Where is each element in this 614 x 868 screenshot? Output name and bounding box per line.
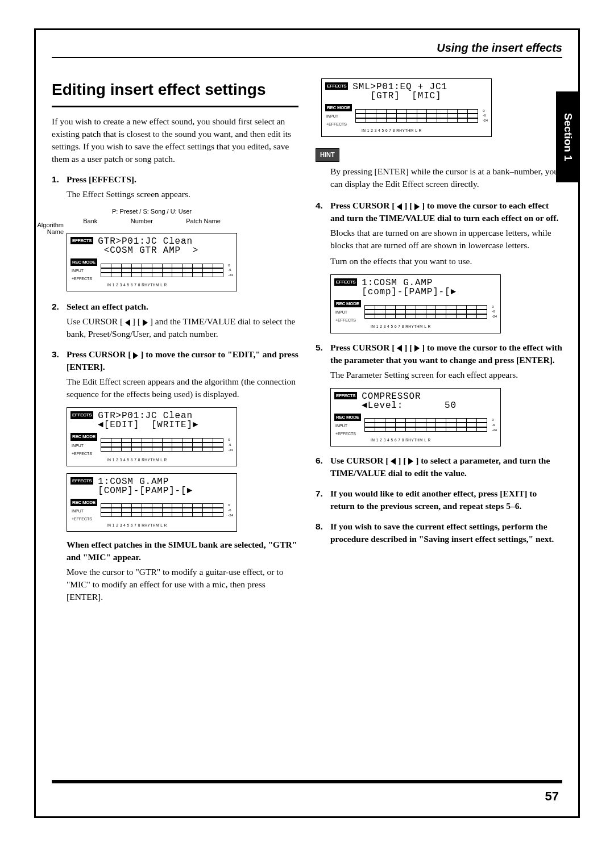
effects-badge: EFFECTS <box>334 392 357 399</box>
lcd1-annotation: P: Preset / S: Song / U: User Algorithm … <box>67 207 237 292</box>
step-2-head: Select an effect patch. <box>67 302 148 311</box>
lcd-screen-1: EFFECTS GTR>P01:JC Clean <COSM GTR AMP >… <box>67 233 237 291</box>
lcd-screen-5: EFFECTS 1:COSM G.AMP [comp]-[PAMP]-[► RE… <box>330 274 501 333</box>
level-meter-grid <box>364 418 488 432</box>
recmode-badge: REC MODE <box>334 300 361 307</box>
step-3-head: Press CURSOR [ ] to move the cursor to "… <box>67 349 298 372</box>
lcd6-line2: ◄Level: 50 <box>362 401 456 410</box>
effects-badge: EFFECTS <box>325 82 348 90</box>
step-4-head: Press CURSOR [ ] [ ] to move the cursor … <box>330 201 558 223</box>
level-meter-grid <box>101 503 224 517</box>
step-8-head: If you wish to save the current effect s… <box>330 521 554 544</box>
step-4-body1: Blocks that are turned on are shown in u… <box>330 227 562 252</box>
running-head: Using the insert effects <box>52 41 562 58</box>
step-2: 2. Select an effect patch. Use CURSOR [ … <box>52 301 298 340</box>
step-3: 3. Press CURSOR [ ] to move the cursor t… <box>52 348 298 603</box>
cursor-right-icon <box>414 203 420 210</box>
step-7-num: 7. <box>316 487 323 500</box>
simul-body: Move the cursor to "GTR" to modify a gui… <box>67 566 298 603</box>
lcd2-line2: ◄[EDIT] [WRITE]► <box>98 420 198 429</box>
recmode-badge: REC MODE <box>334 414 361 421</box>
meter-footer: IN 1 2 3 4 5 6 7 8 RHYTHM L R <box>107 282 233 287</box>
meter-footer: IN 1 2 3 4 5 6 7 8 RHYTHM L R <box>107 457 233 462</box>
meter-footer: IN 1 2 3 4 5 6 7 8 RHYTHM L R <box>371 437 497 443</box>
step-8-num: 8. <box>316 520 323 533</box>
lcd5-line1: 1:COSM G.AMP <box>362 278 456 287</box>
lcd1-line2: <COSM GTR AMP > <box>98 246 198 255</box>
page-frame: Using the insert effects Section 1 Editi… <box>34 28 580 818</box>
cursor-right-icon <box>414 345 420 352</box>
hint-text: By pressing [ENTER] while the cursor is … <box>316 165 562 190</box>
step-7: 7. If you would like to edit another eff… <box>316 487 562 512</box>
step-4: 4. Press CURSOR [ ] [ ] to move the curs… <box>316 199 562 333</box>
meter-footer: IN 1 2 3 4 5 6 7 8 RHYTHM L R <box>362 128 488 133</box>
cursor-left-icon <box>391 458 396 465</box>
step-1: 1. Press [EFFECTS]. The Effect Settings … <box>52 173 298 292</box>
recmode-badge: REC MODE <box>70 433 97 440</box>
level-meter-grid <box>101 264 224 277</box>
plus-effects-label: +EFFECTS <box>70 516 92 522</box>
annot-number: Number <box>131 217 153 226</box>
cursor-left-icon <box>397 345 402 352</box>
step-2-body: Use CURSOR [ ] [ ] and the TIME/VALUE di… <box>67 315 298 340</box>
plus-effects-label: +EFFECTS <box>70 451 92 457</box>
step-5-head: Press CURSOR [ ] [ ] to move the cursor … <box>330 343 562 365</box>
effects-badge: EFFECTS <box>70 237 93 244</box>
step-6: 6. Use CURSOR [ ] [ ] to select a parame… <box>316 454 562 479</box>
recmode-badge: REC MODE <box>70 499 97 506</box>
intro-paragraph: If you wish to create a new effect sound… <box>52 115 298 165</box>
step-1-num: 1. <box>52 173 59 186</box>
level-meter-grid <box>364 305 488 319</box>
annot-bank: Bank <box>83 217 97 226</box>
step-5-body: The Parameter Setting screen for each ef… <box>330 369 562 381</box>
cursor-left-icon <box>125 319 130 326</box>
input-label: INPUT <box>70 443 84 449</box>
recmode-badge: REC MODE <box>325 104 352 111</box>
level-meter-grid <box>101 438 224 452</box>
lcd-screen-3: EFFECTS 1:COSM G.AMP [COMP]-[PAMP]-[► RE… <box>67 473 237 532</box>
step-5: 5. Press CURSOR [ ] [ ] to move the curs… <box>316 341 562 446</box>
simul-subhead: When effect patches in the SIMUL bank ar… <box>52 539 298 564</box>
steps-list-right: 4. Press CURSOR [ ] [ ] to move the curs… <box>316 199 562 545</box>
effects-badge: EFFECTS <box>334 278 357 286</box>
step-6-num: 6. <box>316 454 323 467</box>
lcd-screen-4: EFFECTS SML>P01:EQ + JC1 [GTR] [MIC] REC… <box>321 78 492 137</box>
plus-effects-label: +EFFECTS <box>334 431 356 437</box>
hint-badge: HINT <box>316 148 339 162</box>
footer-rule <box>52 780 562 783</box>
lcd3-line2: [COMP]-[PAMP]-[► <box>98 486 192 495</box>
lcd-screen-6: EFFECTS COMPRESSOR ◄Level: 50 REC MODE I… <box>330 388 501 446</box>
lcd6-line1: COMPRESSOR <box>362 392 456 401</box>
annot-patch: Patch Name <box>186 217 221 226</box>
plus-effects-label: +EFFECTS <box>334 318 356 323</box>
step-4-body2: Turn on the effects that you want to use… <box>330 255 562 268</box>
lcd-screen-2: EFFECTS GTR>P01:JC Clean ◄[EDIT] [WRITE]… <box>67 407 237 466</box>
annot-topline: P: Preset / S: Song / U: User <box>67 207 237 216</box>
step-2-num: 2. <box>52 301 59 313</box>
right-column: EFFECTS SML>P01:EQ + JC1 [GTR] [MIC] REC… <box>316 78 562 611</box>
lcd2-line1: GTR>P01:JC Clean <box>98 411 198 420</box>
input-label: INPUT <box>325 114 338 119</box>
step-3-num: 3. <box>52 348 59 361</box>
step-4-num: 4. <box>316 199 323 212</box>
lcd5-line2: [comp]-[PAMP]-[► <box>362 287 456 297</box>
input-label: INPUT <box>70 508 84 514</box>
effects-badge: EFFECTS <box>70 477 93 485</box>
input-label: INPUT <box>70 268 84 274</box>
plus-effects-label: +EFFECTS <box>325 122 347 127</box>
steps-list-left: 1. Press [EFFECTS]. The Effect Settings … <box>52 173 298 604</box>
step-7-head: If you would like to edit another effect… <box>330 489 537 511</box>
cursor-right-icon <box>143 319 148 326</box>
level-meter-grid <box>355 109 479 123</box>
cursor-left-icon <box>397 203 402 210</box>
meter-footer: IN 1 2 3 4 5 6 7 8 RHYTHM L R <box>371 324 497 329</box>
cursor-right-icon <box>133 352 138 359</box>
page-number: 57 <box>545 789 559 804</box>
step-1-head: Press [EFFECTS]. <box>67 174 136 184</box>
page-title: Editing insert effect settings <box>52 78 298 107</box>
recmode-badge: REC MODE <box>70 258 97 266</box>
input-label: INPUT <box>334 423 347 429</box>
step-1-body: The Effect Settings screen appears. <box>67 188 298 201</box>
section-side-tab: Section 1 <box>556 91 580 182</box>
plus-effects-label: +EFFECTS <box>70 276 92 282</box>
